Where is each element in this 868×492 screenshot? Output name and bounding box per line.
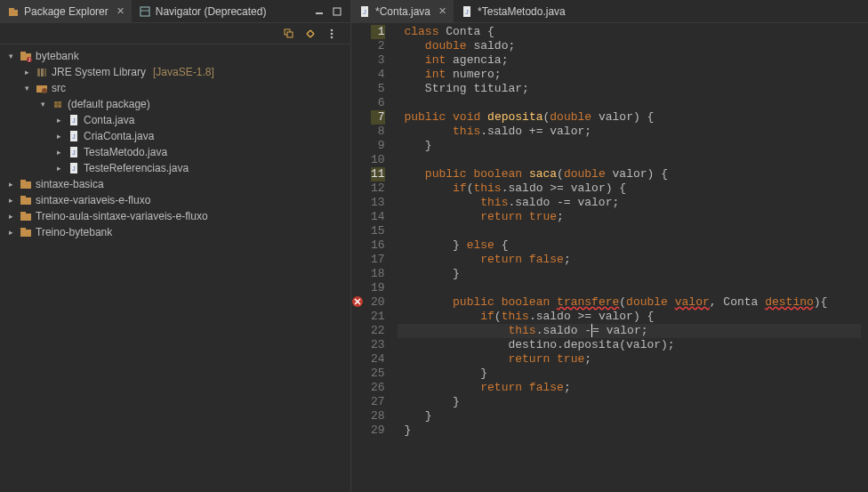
svg-text:J: J bbox=[72, 117, 76, 124]
tree-label: src bbox=[52, 82, 66, 94]
project-icon: J bbox=[20, 50, 32, 62]
svg-rect-32 bbox=[20, 180, 26, 182]
code-content[interactable]: class Conta { double saldo; int agencia;… bbox=[390, 23, 868, 492]
expand-arrow[interactable]: ▸ bbox=[53, 116, 64, 125]
svg-rect-35 bbox=[20, 214, 31, 221]
svg-rect-1 bbox=[9, 8, 14, 11]
tab-label: Navigator (Deprecated) bbox=[156, 5, 267, 18]
java-icon: J bbox=[461, 5, 473, 18]
editor-tab-bar: J *Conta.java ✕ J *TestaMetodo.java bbox=[351, 0, 868, 23]
java-file-icon: J bbox=[68, 114, 80, 126]
tree-file-criaconta[interactable]: ▸ J CriaConta.java bbox=[0, 128, 350, 144]
tree-label: TestaMetodo.java bbox=[84, 146, 167, 158]
navigator-icon bbox=[139, 5, 151, 18]
project-icon bbox=[20, 210, 32, 222]
tree-label: JRE System Library bbox=[52, 66, 146, 78]
expand-arrow[interactable]: ▸ bbox=[21, 68, 32, 77]
code-editor[interactable]: 1234567891011121314151617181920212223242… bbox=[351, 23, 868, 492]
link-editor-icon[interactable] bbox=[304, 28, 317, 40]
svg-rect-0 bbox=[9, 10, 18, 16]
tree-jre-library[interactable]: ▸ JRE System Library [JavaSE-1.8] bbox=[0, 64, 350, 80]
svg-point-19 bbox=[42, 88, 47, 93]
close-icon[interactable]: ✕ bbox=[117, 5, 125, 17]
view-controls bbox=[313, 5, 350, 18]
project-icon bbox=[20, 194, 32, 206]
tree-file-conta[interactable]: ▸ J Conta.java bbox=[0, 112, 350, 128]
left-tab-bar: Package Explorer ✕ Navigator (Deprecated… bbox=[0, 0, 350, 23]
marker-column bbox=[351, 23, 367, 492]
tree-label: Conta.java bbox=[84, 114, 134, 126]
svg-rect-31 bbox=[20, 181, 31, 189]
svg-rect-12 bbox=[20, 52, 26, 54]
svg-text:J: J bbox=[72, 165, 76, 172]
svg-rect-38 bbox=[20, 228, 26, 230]
tree-project-treino-aula[interactable]: ▸ Treino-aula-sintaxe-variaveis-e-fluxo bbox=[0, 208, 350, 224]
svg-point-9 bbox=[331, 32, 334, 35]
maximize-icon[interactable] bbox=[331, 5, 343, 18]
java-file-icon: J bbox=[68, 130, 80, 142]
expand-arrow[interactable]: ▸ bbox=[5, 180, 16, 189]
tree-file-testereferencias[interactable]: ▸ J TesteReferencias.java bbox=[0, 160, 350, 176]
expand-arrow[interactable]: ▾ bbox=[21, 84, 32, 93]
tab-package-explorer[interactable]: Package Explorer ✕ bbox=[0, 0, 132, 23]
editor-tab-testametodo[interactable]: J *TestaMetodo.java bbox=[454, 0, 573, 23]
tree-project-treino-bytebank[interactable]: ▸ Treino-bytebank bbox=[0, 224, 350, 240]
expand-arrow[interactable]: ▾ bbox=[5, 52, 16, 60]
tree-decoration: [JavaSE-1.8] bbox=[153, 66, 214, 78]
svg-text:J: J bbox=[363, 9, 366, 15]
editor-panel: J *Conta.java ✕ J *TestaMetodo.java 1234… bbox=[351, 0, 868, 492]
expand-arrow[interactable]: ▸ bbox=[5, 228, 16, 237]
project-icon bbox=[20, 178, 32, 190]
tab-navigator[interactable]: Navigator (Deprecated) bbox=[132, 0, 274, 23]
tree-label: sintaxe-basica bbox=[36, 178, 104, 190]
project-icon bbox=[20, 226, 32, 238]
view-menu-icon[interactable] bbox=[326, 28, 338, 40]
tree-src-folder[interactable]: ▾ src bbox=[0, 80, 350, 96]
svg-text:J: J bbox=[72, 149, 76, 156]
expand-arrow[interactable]: ▸ bbox=[53, 164, 64, 173]
tree-label: (default package) bbox=[68, 98, 150, 110]
svg-rect-2 bbox=[141, 7, 149, 16]
svg-rect-37 bbox=[20, 230, 31, 237]
expand-arrow[interactable]: ▸ bbox=[53, 132, 64, 141]
java-file-icon: J bbox=[68, 162, 80, 174]
svg-point-8 bbox=[331, 28, 334, 31]
tree-label: bytebank bbox=[36, 50, 79, 62]
library-icon bbox=[36, 66, 48, 78]
svg-rect-5 bbox=[334, 8, 341, 15]
svg-rect-7 bbox=[287, 32, 293, 37]
java-file-icon: J bbox=[68, 146, 80, 158]
tree-project-bytebank[interactable]: ▾ J bytebank bbox=[0, 48, 350, 64]
tree-project-sintaxe-variaveis[interactable]: ▸ sintaxe-variaveis-e-fluxo bbox=[0, 192, 350, 208]
expand-arrow[interactable]: ▸ bbox=[5, 212, 16, 221]
tab-label: Package Explorer bbox=[24, 5, 108, 18]
svg-text:J: J bbox=[465, 9, 469, 15]
svg-rect-36 bbox=[20, 212, 26, 214]
line-number-gutter: 1234567891011121314151617181920212223242… bbox=[367, 23, 390, 492]
tree-label: Treino-aula-sintaxe-variaveis-e-fluxo bbox=[36, 210, 208, 222]
svg-point-10 bbox=[331, 36, 334, 38]
svg-rect-15 bbox=[37, 69, 40, 77]
svg-text:J: J bbox=[72, 133, 76, 140]
close-icon[interactable]: ✕ bbox=[438, 5, 446, 17]
tree-label: Treino-bytebank bbox=[36, 226, 112, 238]
package-explorer-panel: Package Explorer ✕ Navigator (Deprecated… bbox=[0, 0, 351, 492]
tree-label: sintaxe-variaveis-e-fluxo bbox=[36, 194, 150, 206]
svg-rect-17 bbox=[44, 69, 46, 77]
expand-arrow[interactable]: ▸ bbox=[5, 196, 16, 205]
package-explorer-icon bbox=[7, 5, 20, 18]
package-icon bbox=[52, 98, 64, 110]
collapse-all-icon[interactable] bbox=[283, 28, 295, 40]
expand-arrow[interactable]: ▸ bbox=[53, 148, 64, 157]
svg-rect-34 bbox=[20, 196, 26, 198]
project-tree[interactable]: ▾ J bytebank ▸ JRE System Library [JavaS… bbox=[0, 44, 350, 492]
tree-project-sintaxe-basica[interactable]: ▸ sintaxe-basica bbox=[0, 176, 350, 192]
expand-arrow[interactable]: ▾ bbox=[37, 100, 48, 109]
explorer-toolbar bbox=[0, 23, 350, 44]
tree-label: TesteReferencias.java bbox=[84, 162, 189, 174]
minimize-icon[interactable] bbox=[313, 5, 326, 18]
editor-tab-conta[interactable]: J *Conta.java ✕ bbox=[351, 0, 454, 23]
tree-file-testametodo[interactable]: ▸ J TestaMetodo.java bbox=[0, 144, 350, 160]
svg-rect-16 bbox=[41, 69, 44, 77]
tree-default-package[interactable]: ▾ (default package) bbox=[0, 96, 350, 112]
